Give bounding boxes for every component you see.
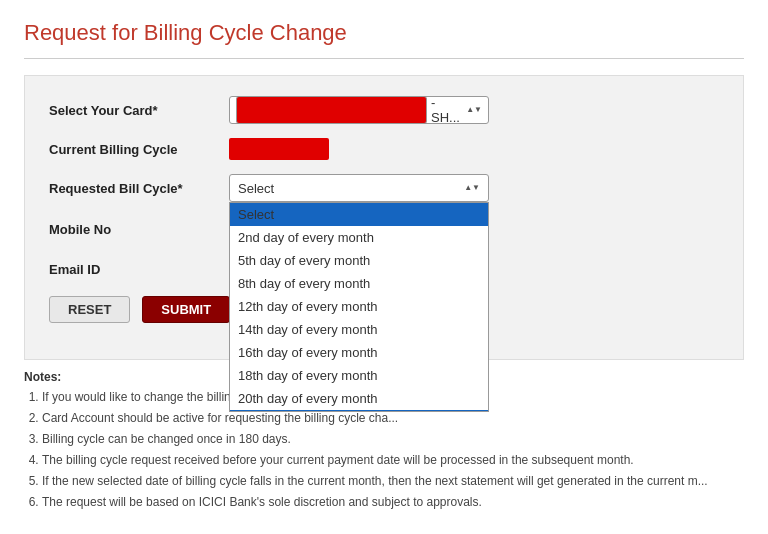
card-label: Select Your Card*: [49, 103, 229, 118]
requested-cycle-select[interactable]: Select ▲▼: [229, 174, 489, 202]
dropdown-item-20th[interactable]: 20th day of every month: [230, 387, 488, 410]
dropdown-item-2nd[interactable]: 2nd day of every month: [230, 226, 488, 249]
dropdown-item-5th[interactable]: 5th day of every month: [230, 249, 488, 272]
dropdown-item-18th[interactable]: 18th day of every month: [230, 364, 488, 387]
email-label: Email ID: [49, 262, 229, 277]
dropdown-item-select[interactable]: Select: [230, 203, 488, 226]
requested-cycle-row: Requested Bill Cycle* Select ▲▼ Select2n…: [49, 174, 719, 202]
requested-cycle-label: Requested Bill Cycle*: [49, 181, 229, 196]
reset-button[interactable]: RESET: [49, 296, 130, 323]
card-color-bar: [236, 96, 427, 124]
form-container: Select Your Card* - SH... ▲▼ Current Bil…: [24, 75, 744, 360]
note-item-6: The request will be based on ICICI Bank'…: [42, 493, 744, 511]
billing-cycle-dropdown[interactable]: Select2nd day of every month5th day of e…: [229, 202, 489, 412]
card-select[interactable]: - SH... ▲▼: [229, 96, 489, 124]
dropdown-item-14th[interactable]: 14th day of every month: [230, 318, 488, 341]
requested-cycle-arrows[interactable]: ▲▼: [464, 184, 480, 192]
current-cycle-value: [229, 138, 329, 160]
submit-button[interactable]: SUBMIT: [142, 296, 230, 323]
card-suffix-text: - SH...: [431, 95, 466, 125]
requested-cycle-text: Select: [238, 181, 274, 196]
dropdown-item-16th[interactable]: 16th day of every month: [230, 341, 488, 364]
current-cycle-label: Current Billing Cycle: [49, 142, 229, 157]
page-title: Request for Billing Cycle Change: [24, 20, 744, 46]
dropdown-item-12th[interactable]: 12th day of every month: [230, 295, 488, 318]
card-row: Select Your Card* - SH... ▲▼: [49, 96, 719, 124]
mobile-label: Mobile No: [49, 222, 229, 237]
current-cycle-row: Current Billing Cycle: [49, 138, 719, 160]
dropdown-item-25th[interactable]: 25th day of every month: [230, 410, 488, 412]
note-item-5: If the new selected date of billing cycl…: [42, 472, 744, 490]
dropdown-item-8th[interactable]: 8th day of every month: [230, 272, 488, 295]
note-item-3: Billing cycle can be changed once in 180…: [42, 430, 744, 448]
card-select-arrows[interactable]: ▲▼: [466, 106, 482, 114]
note-item-4: The billing cycle request received befor…: [42, 451, 744, 469]
